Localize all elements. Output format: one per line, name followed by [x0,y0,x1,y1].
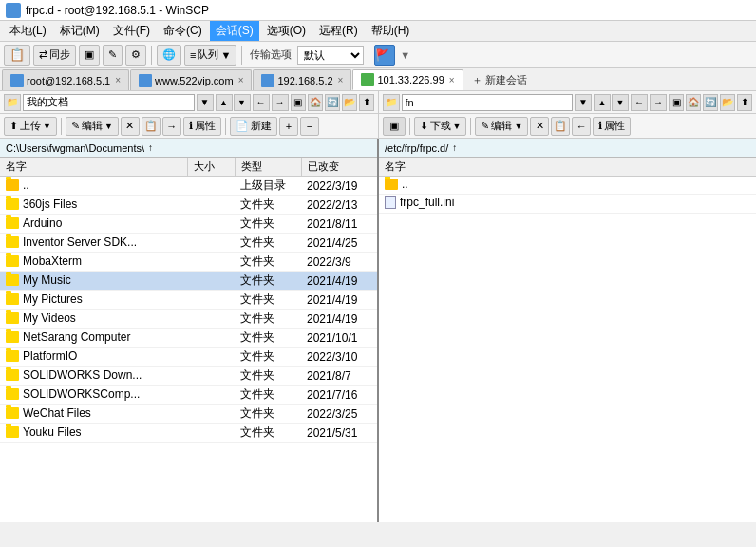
table-row[interactable]: My Pictures 文件夹 2021/4/19 [0,291,377,310]
toolbar-icon3[interactable]: ✎ [103,45,123,66]
menu-options[interactable]: 选项(O) [261,21,312,41]
right-addr-down[interactable]: ▼ [575,94,592,111]
ini-file-icon [385,196,396,209]
tab-session1[interactable]: root@192.168.5.1 × [2,69,129,90]
folder-icon [6,331,19,343]
table-row[interactable]: NetSarang Computer 文件夹 2021/10/1 [0,329,377,348]
table-row[interactable]: WeChat Files 文件夹 2022/3/25 [0,405,377,424]
cell-type: 文件夹 [235,424,301,443]
left-nav-fwd[interactable]: → [272,94,289,111]
folder-icon [6,255,19,267]
right-btn2[interactable]: 🏠 [686,94,701,111]
tab-close-2[interactable]: × [238,75,244,85]
left-folder-icon: 📁 [4,94,21,111]
left-move-btn[interactable]: → [162,117,181,136]
toolbar-icon5[interactable]: 🚩 [374,45,395,66]
left-btn1[interactable]: ▣ [291,94,306,111]
cell-size [187,424,235,443]
tab-label-4: 101.33.226.99 [377,74,444,85]
right-nav-fwd[interactable]: → [650,94,667,111]
right-edit-btn[interactable]: ✎ 编辑 ▼ [475,117,528,136]
right-btn1[interactable]: ▣ [669,94,684,111]
left-btn2[interactable]: 🏠 [308,94,323,111]
col-type[interactable]: 类型 [235,158,301,177]
right-col-name[interactable]: 名字 [379,158,756,177]
table-row[interactable]: SOLIDWORKSComp... 文件夹 2021/7/16 [0,386,377,405]
cell-type: 文件夹 [235,253,301,272]
col-name[interactable]: 名字 [0,158,187,177]
right-nav-back[interactable]: ← [631,94,648,111]
table-row[interactable]: My Music 文件夹 2021/4/19 [0,272,377,291]
left-nav-filter[interactable]: ▼ [234,94,251,111]
table-row[interactable]: My Videos 文件夹 2021/4/19 [0,310,377,329]
left-inc-btn[interactable]: + [279,117,298,136]
transfer-select[interactable]: 默认 [297,46,364,65]
toolbar-icon4[interactable]: 🌐 [157,45,181,66]
right-address-input[interactable] [402,94,574,111]
left-edit-btn[interactable]: ✎ 编辑 ▼ [66,117,119,136]
left-dec-btn[interactable]: − [300,117,319,136]
left-btn5[interactable]: ⬆ [359,94,374,111]
left-nav-up[interactable]: ▲ [216,94,233,111]
table-row[interactable]: 360js Files 文件夹 2022/2/13 [0,196,377,215]
right-btn4[interactable]: 📂 [720,94,735,111]
tab-close-4[interactable]: × [449,75,455,85]
col-modified[interactable]: 已改变 [301,158,377,177]
toolbar-icon2[interactable]: ▣ [79,45,100,66]
table-row[interactable]: SOLIDWORKS Down... 文件夹 2021/8/7 [0,367,377,386]
tab-session4[interactable]: 101.33.226.99 × [352,69,463,90]
left-btn3[interactable]: 🔄 [325,94,340,111]
menu-files[interactable]: 文件(F) [107,21,156,41]
left-nav-back[interactable]: ← [253,94,270,111]
title-text: frpc.d - root@192.168.5.1 - WinSCP [26,4,209,17]
menu-local[interactable]: 本地(L) [4,21,52,41]
right-delete-btn[interactable]: ✕ [530,117,549,136]
toolbar-copy-btn[interactable]: 📋 [4,45,30,66]
left-properties-btn[interactable]: ℹ 属性 [183,117,221,136]
tab-session3[interactable]: 192.168.5.2 × [253,69,351,90]
table-row[interactable]: frpc_full.ini [379,195,756,214]
table-row[interactable]: Inventor Server SDK... 文件夹 2021/4/25 [0,234,377,253]
menu-help[interactable]: 帮助(H) [366,21,416,41]
toolbar-sync-btn[interactable]: ⇄ 同步 [33,45,76,66]
left-copy-btn[interactable]: 📋 [142,117,161,136]
tab-session2[interactable]: www.522vip.com × [130,69,252,90]
right-nav-filter[interactable]: ▼ [612,94,629,111]
menu-session[interactable]: 会话(S) [210,21,259,41]
new-session-tab[interactable]: ＋ 新建会话 [464,69,535,90]
right-btn3[interactable]: 🔄 [703,94,718,111]
table-row[interactable]: .. [379,177,756,195]
table-row[interactable]: Arduino 文件夹 2021/8/11 [0,215,377,234]
table-row[interactable]: PlatformIO 文件夹 2022/3/10 [0,348,377,367]
left-address-input[interactable] [23,94,195,111]
app-icon [6,3,21,18]
cell-name: PlatformIO [0,348,187,367]
tab-close-1[interactable]: × [115,75,121,85]
left-file-table[interactable]: 名字 大小 类型 已改变 .. 上级目录 2022/3/19 360js Fil… [0,158,377,522]
left-addr-down[interactable]: ▼ [197,94,214,111]
tab-close-3[interactable]: × [338,75,344,85]
left-new-btn[interactable]: 📄 新建 [230,117,277,136]
table-row[interactable]: MobaXterm 文件夹 2022/3/9 [0,253,377,272]
right-move-btn[interactable]: ← [572,117,591,136]
left-delete-btn[interactable]: ✕ [121,117,140,136]
menu-remote[interactable]: 远程(R) [313,21,364,41]
left-btn4[interactable]: 📂 [342,94,357,111]
toolbar-queue-btn[interactable]: ≡ 队列 ▼ [184,45,236,66]
upload-btn[interactable]: ⬆ 上传 ▼ [4,117,57,136]
right-copy-btn[interactable]: 📋 [551,117,570,136]
right-btn5[interactable]: ⬆ [737,94,752,111]
right-properties-btn[interactable]: ℹ 属性 [593,117,631,136]
toolbar-settings-btn[interactable]: ⚙ [125,45,146,66]
col-size[interactable]: 大小 [187,158,235,177]
right-blank1[interactable]: ▣ [383,117,406,136]
menu-commands[interactable]: 命令(C) [158,21,208,41]
table-row[interactable]: Youku Files 文件夹 2021/5/31 [0,424,377,443]
right-nav-up[interactable]: ▲ [594,94,611,111]
cell-name: MobaXterm [0,253,187,272]
left-address-pane: 📁 ▼ ▲ ▼ ← → ▣ 🏠 🔄 📂 ⬆ [0,91,379,113]
right-file-table[interactable]: 名字 ..frpc_full.ini [379,158,756,522]
table-row[interactable]: .. 上级目录 2022/3/19 [0,177,377,196]
menu-marks[interactable]: 标记(M) [54,21,105,41]
download-btn[interactable]: ⬇ 下载 ▼ [414,117,467,136]
